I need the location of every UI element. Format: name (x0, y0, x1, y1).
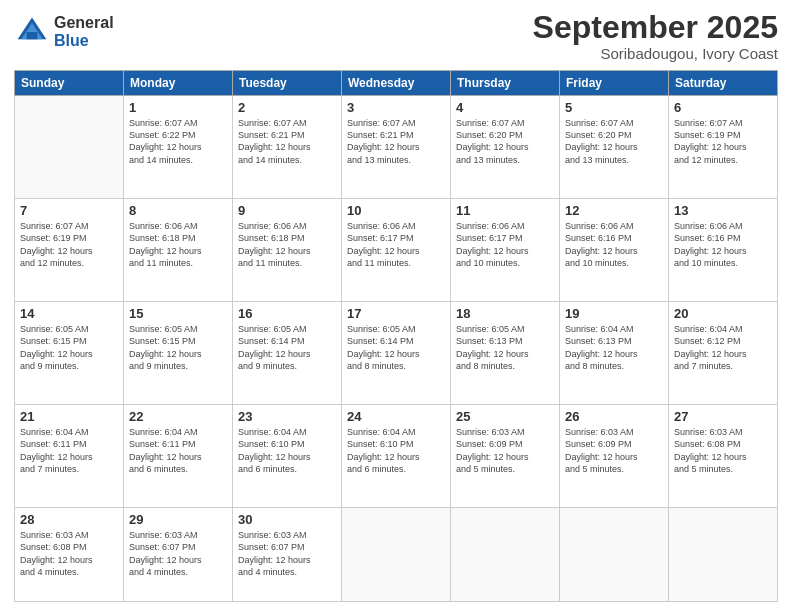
day-number: 13 (674, 203, 772, 218)
day-info: Sunrise: 6:06 AMSunset: 6:17 PMDaylight:… (347, 220, 445, 269)
day-number: 17 (347, 306, 445, 321)
day-info: Sunrise: 6:03 AMSunset: 6:07 PMDaylight:… (238, 529, 336, 578)
day-number: 28 (20, 512, 118, 527)
table-row: 26Sunrise: 6:03 AMSunset: 6:09 PMDayligh… (560, 405, 669, 508)
day-info: Sunrise: 6:06 AMSunset: 6:18 PMDaylight:… (238, 220, 336, 269)
day-info: Sunrise: 6:07 AMSunset: 6:21 PMDaylight:… (238, 117, 336, 166)
table-row: 10Sunrise: 6:06 AMSunset: 6:17 PMDayligh… (342, 199, 451, 302)
day-info: Sunrise: 6:05 AMSunset: 6:15 PMDaylight:… (129, 323, 227, 372)
day-info: Sunrise: 6:06 AMSunset: 6:18 PMDaylight:… (129, 220, 227, 269)
table-row: 5Sunrise: 6:07 AMSunset: 6:20 PMDaylight… (560, 96, 669, 199)
day-number: 8 (129, 203, 227, 218)
day-number: 14 (20, 306, 118, 321)
day-info: Sunrise: 6:04 AMSunset: 6:11 PMDaylight:… (129, 426, 227, 475)
table-row (669, 508, 778, 602)
table-row: 19Sunrise: 6:04 AMSunset: 6:13 PMDayligh… (560, 302, 669, 405)
day-number: 20 (674, 306, 772, 321)
day-number: 29 (129, 512, 227, 527)
day-info: Sunrise: 6:04 AMSunset: 6:13 PMDaylight:… (565, 323, 663, 372)
table-row: 7Sunrise: 6:07 AMSunset: 6:19 PMDaylight… (15, 199, 124, 302)
day-number: 9 (238, 203, 336, 218)
table-row: 9Sunrise: 6:06 AMSunset: 6:18 PMDaylight… (233, 199, 342, 302)
table-row: 17Sunrise: 6:05 AMSunset: 6:14 PMDayligh… (342, 302, 451, 405)
day-info: Sunrise: 6:05 AMSunset: 6:14 PMDaylight:… (238, 323, 336, 372)
day-info: Sunrise: 6:07 AMSunset: 6:21 PMDaylight:… (347, 117, 445, 166)
table-row: 8Sunrise: 6:06 AMSunset: 6:18 PMDaylight… (124, 199, 233, 302)
day-info: Sunrise: 6:06 AMSunset: 6:17 PMDaylight:… (456, 220, 554, 269)
table-row: 15Sunrise: 6:05 AMSunset: 6:15 PMDayligh… (124, 302, 233, 405)
day-info: Sunrise: 6:07 AMSunset: 6:20 PMDaylight:… (565, 117, 663, 166)
header-tuesday: Tuesday (233, 71, 342, 96)
table-row: 11Sunrise: 6:06 AMSunset: 6:17 PMDayligh… (451, 199, 560, 302)
table-row: 22Sunrise: 6:04 AMSunset: 6:11 PMDayligh… (124, 405, 233, 508)
table-row: 29Sunrise: 6:03 AMSunset: 6:07 PMDayligh… (124, 508, 233, 602)
day-info: Sunrise: 6:03 AMSunset: 6:09 PMDaylight:… (565, 426, 663, 475)
day-info: Sunrise: 6:03 AMSunset: 6:09 PMDaylight:… (456, 426, 554, 475)
header-monday: Monday (124, 71, 233, 96)
table-row: 1Sunrise: 6:07 AMSunset: 6:22 PMDaylight… (124, 96, 233, 199)
svg-rect-2 (27, 32, 38, 39)
day-info: Sunrise: 6:06 AMSunset: 6:16 PMDaylight:… (674, 220, 772, 269)
day-number: 26 (565, 409, 663, 424)
logo-blue: Blue (54, 32, 114, 50)
day-number: 16 (238, 306, 336, 321)
day-info: Sunrise: 6:06 AMSunset: 6:16 PMDaylight:… (565, 220, 663, 269)
logo-icon (14, 14, 50, 50)
day-info: Sunrise: 6:04 AMSunset: 6:12 PMDaylight:… (674, 323, 772, 372)
header-saturday: Saturday (669, 71, 778, 96)
day-info: Sunrise: 6:03 AMSunset: 6:08 PMDaylight:… (20, 529, 118, 578)
day-number: 15 (129, 306, 227, 321)
table-row: 3Sunrise: 6:07 AMSunset: 6:21 PMDaylight… (342, 96, 451, 199)
header-sunday: Sunday (15, 71, 124, 96)
day-number: 27 (674, 409, 772, 424)
logo-text: General Blue (54, 14, 114, 49)
day-info: Sunrise: 6:03 AMSunset: 6:07 PMDaylight:… (129, 529, 227, 578)
day-info: Sunrise: 6:05 AMSunset: 6:14 PMDaylight:… (347, 323, 445, 372)
table-row: 16Sunrise: 6:05 AMSunset: 6:14 PMDayligh… (233, 302, 342, 405)
header: General Blue September 2025 Soribadougou… (14, 10, 778, 62)
day-number: 1 (129, 100, 227, 115)
table-row (342, 508, 451, 602)
table-row: 4Sunrise: 6:07 AMSunset: 6:20 PMDaylight… (451, 96, 560, 199)
table-row: 2Sunrise: 6:07 AMSunset: 6:21 PMDaylight… (233, 96, 342, 199)
day-number: 7 (20, 203, 118, 218)
day-number: 30 (238, 512, 336, 527)
day-number: 12 (565, 203, 663, 218)
table-row: 13Sunrise: 6:06 AMSunset: 6:16 PMDayligh… (669, 199, 778, 302)
header-friday: Friday (560, 71, 669, 96)
header-thursday: Thursday (451, 71, 560, 96)
table-row: 20Sunrise: 6:04 AMSunset: 6:12 PMDayligh… (669, 302, 778, 405)
day-number: 3 (347, 100, 445, 115)
weekday-header-row: Sunday Monday Tuesday Wednesday Thursday… (15, 71, 778, 96)
table-row: 12Sunrise: 6:06 AMSunset: 6:16 PMDayligh… (560, 199, 669, 302)
day-number: 21 (20, 409, 118, 424)
table-row: 21Sunrise: 6:04 AMSunset: 6:11 PMDayligh… (15, 405, 124, 508)
day-number: 11 (456, 203, 554, 218)
day-number: 23 (238, 409, 336, 424)
table-row: 27Sunrise: 6:03 AMSunset: 6:08 PMDayligh… (669, 405, 778, 508)
day-info: Sunrise: 6:04 AMSunset: 6:11 PMDaylight:… (20, 426, 118, 475)
location-subtitle: Soribadougou, Ivory Coast (533, 45, 778, 62)
day-number: 2 (238, 100, 336, 115)
table-row: 18Sunrise: 6:05 AMSunset: 6:13 PMDayligh… (451, 302, 560, 405)
day-number: 18 (456, 306, 554, 321)
day-number: 4 (456, 100, 554, 115)
day-info: Sunrise: 6:07 AMSunset: 6:19 PMDaylight:… (674, 117, 772, 166)
month-title: September 2025 (533, 10, 778, 45)
table-row: 25Sunrise: 6:03 AMSunset: 6:09 PMDayligh… (451, 405, 560, 508)
day-info: Sunrise: 6:05 AMSunset: 6:15 PMDaylight:… (20, 323, 118, 372)
day-number: 6 (674, 100, 772, 115)
table-row: 14Sunrise: 6:05 AMSunset: 6:15 PMDayligh… (15, 302, 124, 405)
day-info: Sunrise: 6:07 AMSunset: 6:20 PMDaylight:… (456, 117, 554, 166)
table-row: 6Sunrise: 6:07 AMSunset: 6:19 PMDaylight… (669, 96, 778, 199)
day-info: Sunrise: 6:04 AMSunset: 6:10 PMDaylight:… (238, 426, 336, 475)
table-row (15, 96, 124, 199)
table-row: 24Sunrise: 6:04 AMSunset: 6:10 PMDayligh… (342, 405, 451, 508)
calendar-table: Sunday Monday Tuesday Wednesday Thursday… (14, 70, 778, 602)
day-number: 22 (129, 409, 227, 424)
header-wednesday: Wednesday (342, 71, 451, 96)
day-number: 19 (565, 306, 663, 321)
day-number: 25 (456, 409, 554, 424)
logo: General Blue (14, 14, 114, 50)
logo-general: General (54, 14, 114, 32)
